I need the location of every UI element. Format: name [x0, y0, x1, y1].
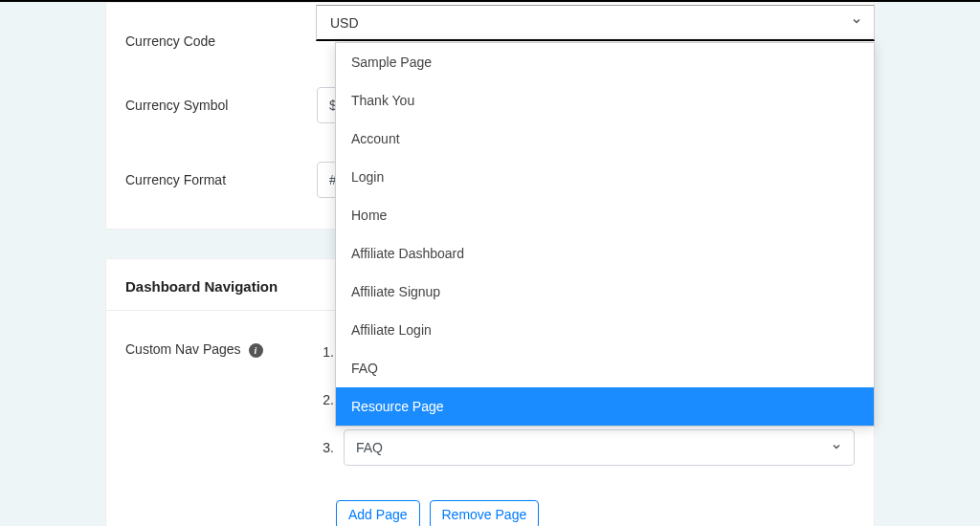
- dropdown-option[interactable]: Sample Page: [336, 43, 874, 81]
- remove-page-button[interactable]: Remove Page: [430, 500, 540, 526]
- chevron-down-icon: [851, 15, 862, 30]
- page-dropdown[interactable]: Sample PageThank YouAccountLoginHomeAffi…: [335, 42, 875, 427]
- dropdown-option[interactable]: Resource Page: [336, 387, 874, 426]
- currency-code-value: USD: [330, 15, 359, 31]
- add-page-button[interactable]: Add Page: [336, 500, 420, 526]
- nav-item-value: FAQ: [356, 440, 383, 455]
- currency-format-label: Currency Format: [125, 172, 317, 187]
- info-icon[interactable]: i: [249, 343, 263, 358]
- chevron-down-icon: [831, 441, 842, 455]
- currency-code-label: Currency Code: [125, 33, 317, 49]
- dropdown-option[interactable]: Affiliate Signup: [336, 273, 874, 311]
- nav-item-number: 3.: [317, 440, 344, 455]
- dropdown-option[interactable]: FAQ: [336, 349, 874, 387]
- dropdown-option[interactable]: Home: [336, 196, 874, 234]
- nav-item-row: 3.FAQ: [317, 429, 855, 466]
- dropdown-option[interactable]: Affiliate Dashboard: [336, 234, 874, 273]
- nav-item-select[interactable]: FAQ: [344, 429, 855, 466]
- custom-nav-pages-label: Custom Nav Pages: [125, 341, 241, 357]
- dropdown-option[interactable]: Account: [336, 120, 874, 158]
- currency-code-select[interactable]: USD: [316, 5, 875, 41]
- dropdown-option[interactable]: Thank You: [336, 81, 874, 120]
- dropdown-option[interactable]: Affiliate Login: [336, 311, 874, 349]
- dropdown-option[interactable]: Login: [336, 158, 874, 196]
- currency-symbol-label: Currency Symbol: [125, 98, 317, 113]
